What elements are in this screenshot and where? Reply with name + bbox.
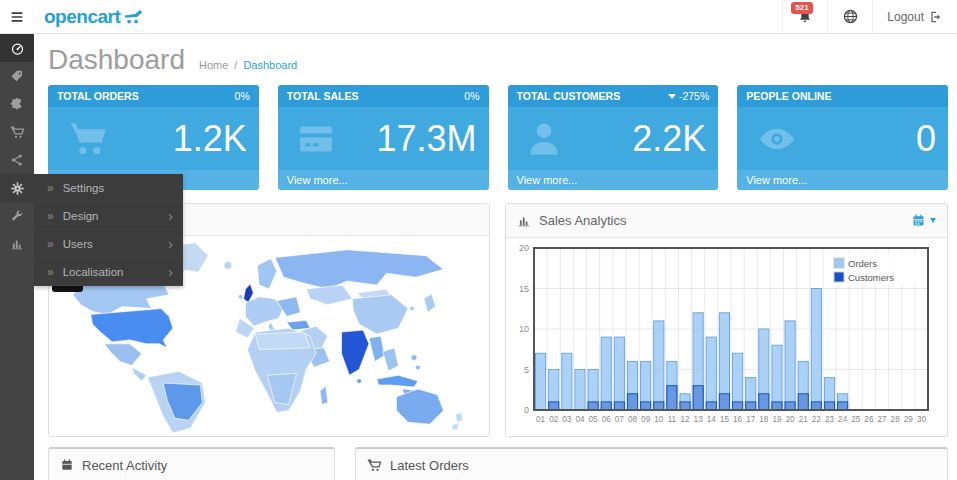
- svg-text:10: 10: [519, 324, 529, 334]
- svg-text:11: 11: [668, 415, 677, 424]
- recent-activity-header: Recent Activity: [49, 449, 334, 480]
- tile-view-more-link[interactable]: View more...: [737, 170, 948, 190]
- svg-text:14: 14: [707, 415, 717, 424]
- svg-text:25: 25: [851, 415, 861, 424]
- breadcrumb-home[interactable]: Home: [199, 59, 228, 71]
- calendar-icon: [911, 213, 926, 228]
- bottom-panels-row: Recent Activity Latest Orders: [48, 447, 948, 480]
- caret-down-icon: [668, 94, 676, 99]
- menu-toggle-button[interactable]: [0, 0, 34, 33]
- sidebar-item-tools[interactable]: [0, 202, 34, 230]
- sales-analytics-title: Sales Analytics: [539, 213, 626, 228]
- svg-text:21: 21: [799, 415, 809, 424]
- svg-text:02: 02: [549, 415, 559, 424]
- tile-percent-value: -275%: [679, 90, 709, 102]
- breadcrumb-current[interactable]: Dashboard: [243, 59, 297, 71]
- page-title: Dashboard: [48, 44, 185, 76]
- flyout-item-settings[interactable]: »Settings: [34, 174, 183, 202]
- sidebar-item-reports[interactable]: [0, 230, 34, 258]
- topbar-spacer: [153, 0, 782, 33]
- sidebar-item-sales[interactable]: [0, 118, 34, 146]
- opencart-logo[interactable]: opencart: [34, 0, 153, 33]
- user-icon: [520, 117, 568, 161]
- svg-text:26: 26: [864, 415, 874, 424]
- svg-text:29: 29: [904, 415, 914, 424]
- double-angle-icon: »: [47, 237, 54, 251]
- tile-title: PEOPLE ONLINE: [746, 90, 831, 102]
- tile-percent-value: 0%: [464, 90, 479, 102]
- logout-button[interactable]: Logout: [872, 0, 957, 33]
- sidebar-item-system[interactable]: [0, 174, 34, 202]
- sidebar-item-dashboard[interactable]: [0, 34, 34, 62]
- svg-text:20: 20: [519, 243, 529, 253]
- chevron-right-icon: ›: [168, 211, 173, 221]
- cart-icon: [10, 125, 25, 140]
- flyout-item-users[interactable]: »Users›: [34, 230, 183, 258]
- flyout-item-localisation[interactable]: »Localisation›: [34, 258, 183, 286]
- svg-text:05: 05: [589, 415, 599, 424]
- sidebar-item-catalog[interactable]: [0, 62, 34, 90]
- logout-label: Logout: [887, 10, 924, 24]
- svg-text:12: 12: [680, 415, 690, 424]
- svg-text:06: 06: [602, 415, 612, 424]
- svg-text:0: 0: [524, 405, 529, 415]
- logo-text: opencart: [44, 6, 120, 28]
- svg-text:17: 17: [746, 415, 756, 424]
- tile-header: TOTAL SALES0%: [278, 85, 489, 107]
- double-angle-icon: »: [47, 181, 54, 195]
- svg-text:23: 23: [825, 415, 835, 424]
- puzzle-icon: [10, 97, 24, 111]
- stat-tile-total-customers: TOTAL CUSTOMERS-275%2.2KView more...: [508, 85, 719, 190]
- svg-text:28: 28: [891, 415, 901, 424]
- opencart-cart-icon: [123, 9, 143, 25]
- globe-icon: [842, 8, 859, 25]
- chevron-right-icon: ›: [168, 239, 173, 249]
- svg-text:22: 22: [812, 415, 822, 424]
- cart-icon: [60, 118, 116, 160]
- svg-text:30: 30: [917, 415, 927, 424]
- svg-text:07: 07: [615, 415, 625, 424]
- tile-body: 1.2K: [48, 107, 259, 170]
- eye-icon: [749, 119, 805, 159]
- recent-activity-panel: Recent Activity: [48, 447, 335, 480]
- svg-text:09: 09: [641, 415, 651, 424]
- system-flyout-menu: »Settings»Design›»Users›»Localisation›: [34, 174, 183, 286]
- flyout-item-design[interactable]: »Design›: [34, 202, 183, 230]
- latest-orders-panel: Latest Orders: [355, 447, 948, 480]
- flyout-item-label: Design: [63, 210, 99, 222]
- svg-text:15: 15: [519, 284, 529, 294]
- tag-icon: [10, 69, 24, 83]
- sales-chart: 0510152001020304050607080910111213141516…: [506, 238, 947, 436]
- tile-value: 0: [916, 118, 936, 160]
- double-angle-icon: »: [47, 209, 54, 223]
- tile-view-more-link[interactable]: View more...: [278, 170, 489, 190]
- notifications-button[interactable]: 521: [782, 0, 827, 33]
- chart-legend: OrdersCustomers: [828, 253, 924, 285]
- breadcrumb-separator: /: [234, 59, 237, 71]
- calendar-icon: [60, 458, 74, 472]
- svg-text:Orders: Orders: [848, 258, 877, 269]
- sidebar-item-extensions[interactable]: [0, 90, 34, 118]
- svg-text:01: 01: [536, 415, 546, 424]
- tile-percent-value: 0%: [235, 90, 250, 102]
- notification-count-badge: 521: [791, 2, 812, 14]
- svg-text:Customers: Customers: [848, 272, 894, 283]
- date-range-button[interactable]: [911, 213, 936, 228]
- stat-tile-total-sales: TOTAL SALES0%17.3MView more...: [278, 85, 489, 190]
- tile-percent: 0%: [464, 90, 479, 102]
- svg-text:04: 04: [575, 415, 585, 424]
- tile-title: TOTAL ORDERS: [57, 90, 139, 102]
- cart-icon: [367, 458, 382, 473]
- chevron-right-icon: ›: [168, 267, 173, 277]
- tile-view-more-link[interactable]: View more...: [508, 170, 719, 190]
- stat-tiles-row: TOTAL ORDERS0%1.2KView more...TOTAL SALE…: [48, 85, 948, 190]
- breadcrumb: Home / Dashboard: [199, 59, 297, 71]
- sidebar-item-marketing[interactable]: [0, 146, 34, 174]
- sales-analytics-panel: Sales Analytics 051015200102030405060708…: [505, 203, 948, 437]
- bar-chart-icon: [10, 237, 24, 251]
- svg-text:03: 03: [562, 415, 572, 424]
- latest-orders-header: Latest Orders: [356, 449, 947, 480]
- svg-text:19: 19: [772, 415, 782, 424]
- stores-button[interactable]: [827, 0, 872, 33]
- tile-body: 0: [737, 107, 948, 170]
